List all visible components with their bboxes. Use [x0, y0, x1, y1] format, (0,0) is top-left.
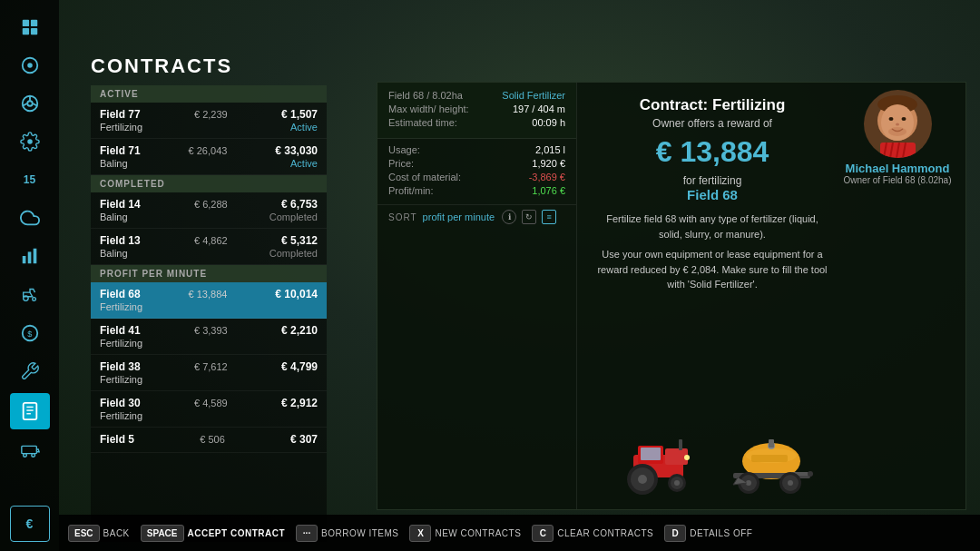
field71-status: Active	[290, 158, 318, 169]
contract-field77[interactable]: Field 77 € 2,239 € 1,507 Fertilizing Act…	[91, 103, 327, 139]
new-contracts-action: NEW CONTRACTS	[435, 528, 521, 538]
x-key[interactable]: X	[409, 525, 431, 542]
field13-reward: € 5,312	[281, 234, 318, 247]
sort-toggle[interactable]: ≡	[542, 210, 556, 224]
svg-point-28	[888, 117, 893, 121]
svg-point-59	[788, 480, 793, 486]
contract-field41[interactable]: Field 41 € 3,393 € 2,210 Fertilizing	[91, 319, 327, 355]
spreader-icon	[729, 432, 815, 496]
contracts-list: ACTIVE Field 77 € 2,239 € 1,507 Fertiliz…	[91, 85, 327, 542]
profit-label: Profit/min:	[388, 185, 434, 196]
profit-value: 1,076 €	[532, 185, 565, 196]
svg-rect-11	[22, 256, 25, 263]
svg-point-47	[674, 480, 680, 486]
field38-type: Fertilizing	[100, 374, 142, 385]
clear-contracts-action: CLEAR CONTRACTS	[557, 528, 653, 538]
field38-name: Field 38	[100, 360, 141, 373]
sidebar-icon-transport[interactable]	[10, 431, 50, 467]
est-time-row: Estimated time: 00:09 h	[388, 117, 565, 128]
field-id-label: Field 68 / 8.02ha	[388, 90, 463, 101]
svg-point-30	[896, 123, 899, 126]
sidebar-icon-stats[interactable]	[10, 238, 50, 274]
svg-rect-60	[751, 455, 788, 462]
field41-type: Fertilizing	[100, 338, 142, 349]
sort-section: SORT profit per minute ℹ ↻ ≡	[377, 204, 576, 229]
field30-reward: € 2,912	[281, 397, 318, 409]
field14-name: Field 14	[100, 198, 141, 211]
avatar-face-icon	[864, 90, 932, 158]
svg-point-36	[888, 127, 906, 136]
sidebar-icon-contracts[interactable]	[10, 393, 50, 429]
sidebar-icon-map[interactable]	[10, 9, 50, 45]
field71-type: Baling	[100, 158, 128, 169]
field14-reward: € 6,753	[281, 198, 318, 211]
field-id-row: Field 68 / 8.02ha Solid Fertilizer	[388, 90, 565, 101]
sidebar-icon-settings[interactable]	[10, 123, 50, 160]
field5-name: Field 5	[100, 433, 134, 446]
svg-point-7	[27, 101, 33, 106]
sidebar-icon-money[interactable]: $	[10, 315, 50, 351]
svg-point-23	[23, 453, 26, 457]
contract-field30[interactable]: Field 30 € 4,589 € 2,912 Fertilizing	[91, 391, 327, 428]
field41-reward: € 2,210	[281, 324, 318, 337]
price-label: Price:	[388, 158, 414, 169]
svg-point-5	[27, 63, 33, 68]
field68-name: Field 68	[100, 288, 141, 300]
field68-type: Fertilizing	[100, 301, 142, 312]
usage-section: Usage: 2,015 l Price: 1,920 € Cost of ma…	[377, 139, 576, 204]
borrow-key[interactable]: ···	[296, 525, 318, 542]
field71-name: Field 71	[100, 144, 141, 157]
esc-key[interactable]: ESC	[68, 525, 100, 542]
field-info-section: Field 68 / 8.02ha Solid Fertilizer Max w…	[377, 83, 576, 139]
detail-left-column: Field 68 / 8.02ha Solid Fertilizer Max w…	[377, 83, 577, 509]
sidebar-icon-weather[interactable]	[10, 200, 50, 236]
sort-info-icon[interactable]: ℹ	[502, 210, 516, 224]
contract-field68[interactable]: Field 68 € 13,884 € 10,014 Fertilizing	[91, 282, 327, 319]
section-profit: PROFIT PER MINUTE	[91, 265, 327, 282]
reward-amount: € 13,884	[595, 135, 829, 169]
profile-role: Owner of Field 68 (8.02ha)	[843, 175, 952, 185]
svg-point-48	[684, 455, 690, 460]
svg-point-44	[638, 475, 647, 484]
field77-status: Active	[290, 122, 318, 133]
sidebar-icon-equipment[interactable]	[10, 353, 50, 389]
bottom-bar: ESC BACK SPACE ACCEPT CONTRACT ··· BORRO…	[59, 515, 980, 551]
details-off-action: DETAILS OFF	[690, 528, 752, 538]
field14-type: Baling	[100, 212, 128, 222]
c-key[interactable]: C	[532, 525, 554, 542]
section-completed: COMPLETED	[91, 175, 327, 192]
svg-rect-41	[641, 448, 661, 460]
sidebar: 15 $ €	[0, 0, 59, 551]
sidebar-icon-tasks[interactable]	[10, 47, 50, 84]
sort-cycle-icon[interactable]: ↻	[522, 210, 536, 224]
contract-field14[interactable]: Field 14 € 6,288 € 6,753 Baling Complete…	[91, 192, 327, 229]
section-active: ACTIVE	[91, 85, 327, 103]
svg-rect-39	[679, 439, 682, 450]
field30-base: € 4,589	[194, 398, 228, 408]
sidebar-icon-steering[interactable]	[10, 85, 50, 122]
svg-point-53	[808, 471, 813, 477]
detail-right-column: Michael Hammond Owner of Field 68 (8.02h…	[577, 83, 965, 509]
tractor-icon	[611, 432, 706, 496]
reward-field: Field 68	[595, 187, 829, 202]
space-key[interactable]: SPACE	[141, 525, 184, 542]
sidebar-icon-calendar[interactable]: 15	[10, 162, 50, 198]
owner-offers-label: Owner offers a reward of	[595, 117, 829, 130]
contract-field38[interactable]: Field 38 € 7,612 € 4,799 Fertilizing	[91, 355, 327, 391]
profile-area: Michael Hammond Owner of Field 68 (8.02h…	[843, 90, 952, 185]
svg-point-15	[32, 298, 35, 301]
sidebar-icon-tractor[interactable]	[10, 276, 50, 312]
contract-field71[interactable]: Field 71 € 26,043 € 33,030 Baling Active	[91, 139, 327, 175]
field13-type: Baling	[100, 248, 128, 259]
price-value: 1,920 €	[532, 158, 565, 169]
sidebar-icon-extra[interactable]: €	[10, 506, 50, 542]
d-key[interactable]: D	[664, 525, 686, 542]
sort-value: profit per minute	[423, 212, 495, 222]
price-row: Price: 1,920 €	[388, 158, 565, 169]
svg-rect-12	[27, 252, 31, 264]
contract-field13[interactable]: Field 13 € 4,862 € 5,312 Baling Complete…	[91, 229, 327, 265]
material-label: Cost of material:	[388, 172, 461, 182]
contract-field5[interactable]: Field 5 € 506 € 307	[91, 428, 327, 453]
svg-rect-0	[22, 20, 28, 26]
material-value: -3,869 €	[529, 172, 565, 182]
